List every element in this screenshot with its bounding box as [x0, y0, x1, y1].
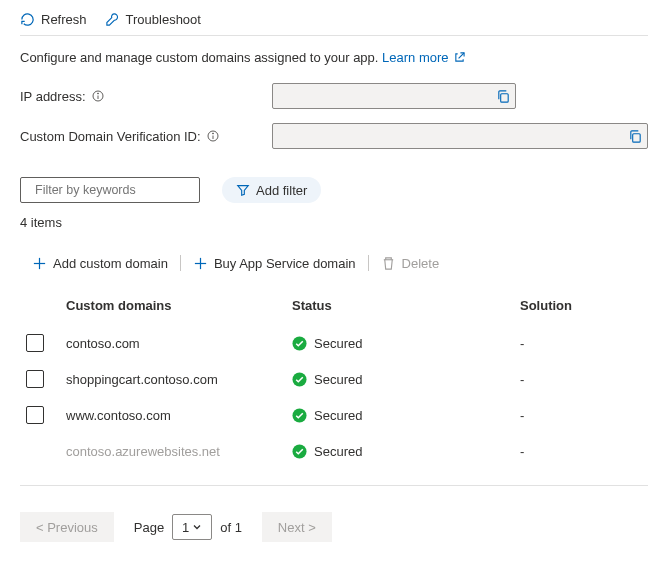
refresh-label: Refresh — [41, 12, 87, 27]
ip-address-field — [272, 83, 516, 109]
page-of: of 1 — [220, 520, 242, 535]
domain-cell: shoppingcart.contoso.com — [66, 372, 292, 387]
checkmark-circle-icon — [292, 336, 307, 351]
svg-rect-7 — [633, 133, 641, 141]
item-count: 4 items — [20, 215, 648, 230]
previous-button: < Previous — [20, 512, 114, 542]
buy-domain-button[interactable]: Buy App Service domain — [181, 252, 368, 274]
row-checkbox[interactable] — [26, 334, 44, 352]
filter-icon — [236, 183, 250, 197]
next-button: Next > — [262, 512, 332, 542]
troubleshoot-button[interactable]: Troubleshoot — [105, 12, 201, 27]
command-bar: Refresh Troubleshoot — [20, 12, 648, 36]
divider — [20, 485, 648, 486]
row-checkbox[interactable] — [26, 406, 44, 424]
ip-address-row: IP address: — [20, 83, 648, 109]
add-domain-label: Add custom domain — [53, 256, 168, 271]
solution-cell: - — [520, 372, 648, 387]
page-current: 1 — [182, 520, 189, 535]
copy-icon[interactable] — [628, 129, 643, 144]
checkmark-circle-icon — [292, 408, 307, 423]
page-description: Configure and manage custom domains assi… — [20, 50, 648, 65]
add-filter-label: Add filter — [256, 183, 307, 198]
header-solution: Solution — [520, 298, 648, 313]
delete-label: Delete — [402, 256, 440, 271]
plus-icon — [32, 256, 47, 271]
search-box[interactable] — [20, 177, 200, 203]
svg-point-6 — [212, 133, 213, 134]
table-row: contoso.comSecured- — [20, 325, 648, 361]
verification-id-label: Custom Domain Verification ID: — [20, 129, 272, 144]
verification-id-label-text: Custom Domain Verification ID: — [20, 129, 201, 144]
info-icon[interactable] — [92, 90, 104, 102]
table-row: contoso.azurewebsites.netSecured- — [20, 433, 648, 469]
domain-cell: www.contoso.com — [66, 408, 292, 423]
header-status: Status — [292, 298, 520, 313]
solution-cell: - — [520, 336, 648, 351]
plus-icon — [193, 256, 208, 271]
description-text: Configure and manage custom domains assi… — [20, 50, 378, 65]
verification-id-row: Custom Domain Verification ID: — [20, 123, 648, 149]
solution-cell: - — [520, 408, 648, 423]
checkmark-circle-icon — [292, 372, 307, 387]
header-domain: Custom domains — [66, 298, 292, 313]
troubleshoot-label: Troubleshoot — [126, 12, 201, 27]
domains-table: Custom domains Status Solution contoso.c… — [20, 288, 648, 469]
status-cell: Secured — [292, 444, 520, 459]
search-input[interactable] — [33, 182, 194, 198]
delete-button: Delete — [369, 252, 452, 274]
filter-row: Add filter — [20, 177, 648, 203]
refresh-icon — [20, 12, 35, 27]
trash-icon — [381, 256, 396, 271]
add-filter-button[interactable]: Add filter — [222, 177, 321, 203]
page-label: Page — [134, 520, 164, 535]
chevron-down-icon — [192, 522, 202, 532]
status-cell: Secured — [292, 408, 520, 423]
row-checkbox[interactable] — [26, 370, 44, 388]
refresh-button[interactable]: Refresh — [20, 12, 87, 27]
wrench-icon — [105, 12, 120, 27]
solution-cell: - — [520, 444, 648, 459]
learn-more-link[interactable]: Learn more — [382, 50, 465, 65]
ip-address-label: IP address: — [20, 89, 272, 104]
svg-point-2 — [97, 93, 98, 94]
verification-id-field — [272, 123, 648, 149]
checkmark-circle-icon — [292, 444, 307, 459]
add-custom-domain-button[interactable]: Add custom domain — [20, 252, 180, 274]
table-actions: Add custom domain Buy App Service domain… — [20, 252, 648, 274]
info-icon[interactable] — [207, 130, 219, 142]
pagination: < Previous Page 1 of 1 Next > — [20, 512, 648, 542]
page-select[interactable]: 1 — [172, 514, 212, 540]
table-row: shoppingcart.contoso.comSecured- — [20, 361, 648, 397]
ip-address-label-text: IP address: — [20, 89, 86, 104]
table-row: www.contoso.comSecured- — [20, 397, 648, 433]
domain-cell: contoso.com — [66, 336, 292, 351]
page-indicator: Page 1 of 1 — [134, 514, 242, 540]
domain-cell: contoso.azurewebsites.net — [66, 444, 292, 459]
external-link-icon — [454, 52, 465, 63]
learn-more-label: Learn more — [382, 50, 448, 65]
svg-rect-3 — [501, 93, 509, 101]
copy-icon[interactable] — [496, 89, 511, 104]
status-cell: Secured — [292, 336, 520, 351]
status-cell: Secured — [292, 372, 520, 387]
buy-domain-label: Buy App Service domain — [214, 256, 356, 271]
table-header: Custom domains Status Solution — [20, 288, 648, 325]
